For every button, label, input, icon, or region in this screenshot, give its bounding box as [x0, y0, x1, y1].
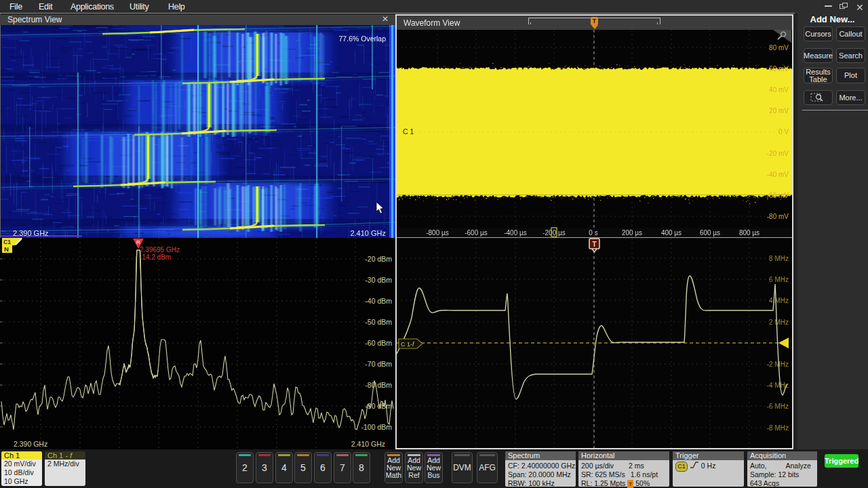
svg-text:-8 MHz: -8 MHz [767, 424, 789, 432]
svg-text:C1: C1 [3, 239, 11, 245]
svg-text:-80 mV: -80 mV [767, 213, 789, 220]
svg-text:2 MHz: 2 MHz [769, 319, 789, 326]
svg-text:-40 mV: -40 mV [767, 171, 789, 178]
svg-text:2.390 GHz: 2.390 GHz [14, 440, 47, 448]
svg-text:-2 MHz: -2 MHz [767, 361, 789, 368]
svg-text:T: T [592, 240, 597, 248]
svg-text:N: N [4, 245, 9, 253]
svg-text:6 MHz: 6 MHz [769, 276, 789, 283]
svg-text:200 µs: 200 µs [622, 229, 642, 237]
svg-text:40 mV: 40 mV [769, 86, 789, 94]
svg-text:-60 mV: -60 mV [767, 192, 789, 199]
svg-text:800 µs: 800 µs [739, 229, 760, 237]
svg-text:-200 µs: -200 µs [542, 229, 566, 237]
svg-text:-90 dBm: -90 dBm [365, 402, 392, 410]
svg-text:C 1-f: C 1-f [401, 341, 415, 348]
svg-text:2.410 GHz: 2.410 GHz [351, 440, 385, 448]
svg-text:2.410 GHz: 2.410 GHz [350, 229, 386, 237]
svg-text:-100 dBm: -100 dBm [361, 423, 392, 431]
svg-text:-50 dBm: -50 dBm [365, 318, 392, 326]
svg-text:0 V: 0 V [778, 128, 789, 136]
svg-text:-60 dBm: -60 dBm [365, 339, 392, 347]
svg-text:-600 µs: -600 µs [465, 229, 488, 237]
svg-text:400 µs: 400 µs [661, 229, 682, 237]
svg-text:-80 dBm: -80 dBm [365, 381, 392, 389]
svg-text:-6 MHz: -6 MHz [767, 403, 789, 410]
svg-text:60 mV: 60 mV [769, 65, 789, 73]
svg-text:-800 µs: -800 µs [426, 229, 449, 237]
svg-text:4 MHz: 4 MHz [769, 297, 789, 304]
svg-text:-20 dBm: -20 dBm [365, 255, 392, 263]
svg-text:77.6% Overlap: 77.6% Overlap [339, 35, 387, 43]
svg-text:R: R [136, 239, 140, 245]
svg-text:20 mV: 20 mV [769, 107, 789, 115]
svg-text:-30 dBm: -30 dBm [365, 276, 392, 284]
svg-text:-14.2 dBm: -14.2 dBm [140, 253, 171, 261]
svg-text:-400 µs: -400 µs [504, 229, 527, 237]
svg-text:-40 dBm: -40 dBm [365, 297, 392, 305]
svg-text:80 mV: 80 mV [769, 44, 789, 52]
svg-text:0 s: 0 s [589, 229, 597, 237]
svg-text:2.390 GHz: 2.390 GHz [13, 229, 49, 237]
svg-text:-70 dBm: -70 dBm [365, 360, 392, 368]
svg-text:8 MHz: 8 MHz [769, 255, 789, 262]
svg-text:-20 mV: -20 mV [767, 150, 789, 157]
svg-text:2.39695 GHz: 2.39695 GHz [140, 246, 180, 253]
svg-text:600 µs: 600 µs [700, 229, 720, 237]
svg-text:C 1: C 1 [403, 127, 414, 136]
